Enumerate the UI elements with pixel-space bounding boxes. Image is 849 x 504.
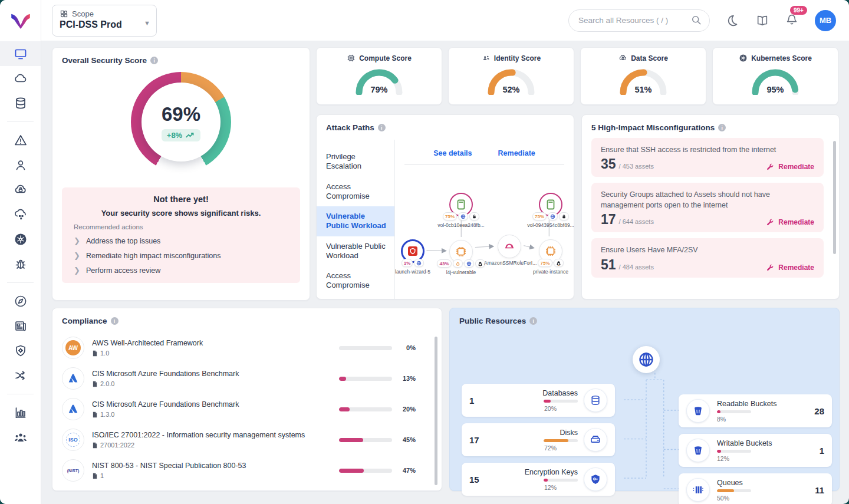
disks-box[interactable]: 17 Disks 72% — [462, 423, 615, 456]
resource-bar — [717, 489, 751, 492]
attack-path-tab[interactable]: Access Compromise — [317, 266, 394, 296]
sidebar-item-news[interactable] — [0, 314, 41, 338]
attack-path-tab[interactable]: Privilege Escalation — [317, 147, 394, 177]
sidebar-item-cloud[interactable] — [0, 66, 41, 91]
globe-icon — [548, 212, 558, 220]
readable-buckets-box[interactable]: Readable Buckets 8% 28 — [679, 394, 832, 427]
helmet-icon — [498, 235, 521, 258]
compliance-percent: 47% — [399, 467, 416, 474]
info-icon[interactable]: i — [378, 124, 386, 131]
resource-label: Encryption Keys — [525, 468, 578, 476]
sidebar-item-cloud-lock[interactable] — [0, 177, 41, 202]
database-icon — [14, 96, 28, 110]
kubernetes-icon — [739, 54, 748, 62]
sidebar-item-user[interactable] — [0, 153, 41, 177]
internet-globe-icon — [633, 346, 660, 373]
databases-box[interactable]: 1 Databases 20% — [462, 384, 615, 417]
info-icon[interactable]: i — [718, 124, 726, 131]
sidebar-item-cloud-blocks[interactable] — [0, 202, 41, 227]
encryption-keys-box[interactable]: 15 Encryption Keys 12% — [462, 463, 615, 496]
scope-value: PCI-DSS Prod — [60, 19, 149, 30]
attack-paths-card: Attack Pathsi Privilege EscalationAccess… — [316, 114, 574, 299]
compliance-row[interactable]: (NIST) NIST 800-53 - NIST Special Public… — [52, 455, 442, 486]
resource-count: 11 — [815, 485, 824, 495]
compliance-row[interactable]: CIS Microsoft Azure Foundations Benchmar… — [52, 363, 442, 394]
sidebar-item-database[interactable] — [0, 91, 41, 116]
writable-buckets-box[interactable]: Writable Buckets 12% 1 — [679, 434, 832, 467]
lock-icon — [469, 212, 479, 220]
sidebar-item-bug[interactable] — [0, 252, 41, 276]
bug-icon — [14, 257, 28, 271]
docs-icon[interactable] — [756, 14, 769, 27]
score-gauge: 52% — [486, 67, 536, 95]
search-input[interactable] — [568, 9, 710, 32]
identity-score-card[interactable]: Identity Score 52% — [448, 47, 574, 105]
attack-path-node[interactable]: 75% vol-0cb10eea248fb... — [436, 193, 486, 228]
card-title: Overall Security Score — [62, 56, 147, 65]
info-icon[interactable]: i — [529, 317, 537, 325]
compute-score-card[interactable]: Compute Score 79% — [316, 47, 442, 105]
scrollbar[interactable] — [833, 141, 836, 254]
search-icon[interactable] — [690, 14, 702, 26]
attack-path-node[interactable]: 1% launch-wizard-5 — [387, 239, 438, 275]
sidebar-item-shuffle[interactable] — [0, 363, 41, 388]
brand-logo[interactable] — [0, 0, 41, 41]
attack-path-node[interactable]: 75% vol-0943954c8bf89... — [525, 193, 576, 228]
recommended-action[interactable]: ❯Perform access review — [74, 266, 288, 275]
see-details-link[interactable]: See details — [433, 149, 472, 157]
sidebar-item-bar-chart[interactable] — [0, 400, 41, 425]
recommended-action[interactable]: ❯Remediate high impact misconfigurations — [74, 251, 288, 260]
sidebar-item-compass[interactable] — [0, 289, 41, 314]
shuffle-icon — [14, 368, 28, 383]
card-title: Public Resources — [459, 317, 526, 325]
compliance-row[interactable]: ISO ISO/IEC 27001:2022 - Information sec… — [52, 424, 442, 455]
sidebar-item-shield-gear[interactable] — [0, 338, 41, 363]
scope-selector[interactable]: Scope PCI-DSS Prod ▼ — [52, 5, 157, 37]
scrollbar[interactable] — [435, 337, 437, 485]
info-icon[interactable]: i — [150, 57, 158, 64]
sidebar-item-monitor[interactable] — [0, 41, 41, 66]
info-icon[interactable]: i — [111, 317, 119, 325]
recommended-actions-label: Recommended actions — [74, 223, 288, 230]
resource-bar — [544, 400, 578, 403]
recommended-action[interactable]: ❯Address the top issues — [74, 236, 288, 245]
remediate-link[interactable]: Remediate — [498, 149, 535, 157]
framework-version: 1.3.0 — [100, 411, 114, 418]
globe-icon — [464, 259, 474, 268]
card-title: Attack Paths — [326, 123, 374, 132]
attack-path-node[interactable]: 43% l4j-vulnerable — [436, 240, 486, 275]
resource-percent: 12% — [544, 484, 557, 491]
attack-path-tab[interactable]: Vulnerable Public Workload — [317, 236, 394, 266]
attack-path-tab[interactable]: Vulnerable Public Workload — [317, 206, 394, 236]
overall-security-score-card: Overall Security Scorei 69% +8% Not ther… — [52, 47, 310, 301]
wrench-icon — [766, 218, 774, 226]
dark-mode-icon[interactable] — [726, 14, 739, 27]
compliance-row[interactable]: AW AWS Well-Architected Framework 1.0 0% — [52, 332, 442, 363]
compliance-row[interactable]: CIS Microsoft Azure Foundations Benchmar… — [52, 394, 442, 424]
resource-count: 28 — [814, 406, 824, 416]
resource-percent: 72% — [544, 444, 557, 452]
sidebar-item-alert-triangle[interactable] — [0, 128, 41, 153]
brand-logo-icon — [8, 11, 33, 30]
remediate-button[interactable]: Remediate — [766, 163, 814, 171]
kubernetes-score-card[interactable]: Kubernetes Score 95% — [712, 47, 838, 105]
queues-box[interactable]: Queues 50% 11 — [679, 473, 832, 504]
data-score-card[interactable]: Data Score 51% — [580, 47, 706, 105]
attack-path-tab[interactable]: Access Compromise — [317, 177, 394, 207]
lock-icon — [559, 212, 569, 220]
chevron-down-icon: ▼ — [144, 19, 150, 27]
affected-count: 35 — [601, 157, 616, 171]
remediate-button[interactable]: Remediate — [766, 218, 814, 226]
remediate-button[interactable]: Remediate — [766, 263, 814, 272]
compliance-percent: 0% — [399, 344, 416, 351]
node-label: vol-0cb10eea248fb... — [436, 222, 486, 228]
sidebar-item-users[interactable] — [0, 425, 41, 450]
notifications-icon[interactable] — [785, 13, 798, 26]
cloud-lock-icon — [618, 54, 627, 62]
avatar[interactable]: MB — [815, 10, 836, 31]
sidebar-item-kubernetes[interactable] — [0, 227, 41, 252]
linux-icon — [475, 259, 485, 268]
sidebar-divider — [7, 121, 34, 122]
scope-label: Scope — [72, 9, 94, 18]
attack-path-node[interactable]: 75% private-instance — [525, 239, 576, 275]
